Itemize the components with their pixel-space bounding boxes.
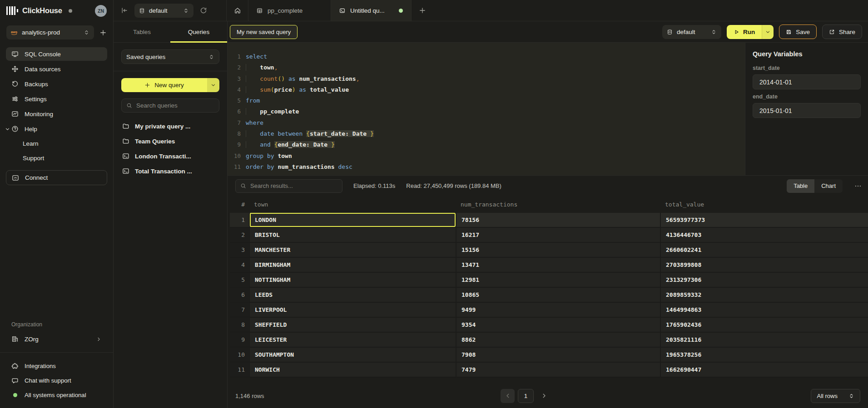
table-cell[interactable]: MANCHESTER: [249, 243, 456, 257]
table-cell[interactable]: 10865: [456, 288, 660, 302]
table-cell[interactable]: LEICESTER: [249, 333, 456, 347]
sidebar-item-sql-console[interactable]: SQL Console: [6, 47, 107, 61]
share-icon: [829, 29, 835, 35]
column-header-index[interactable]: #: [230, 201, 249, 208]
view-chart-button[interactable]: Chart: [814, 179, 843, 193]
table-cell[interactable]: 2089859332: [660, 288, 868, 302]
saved-query-item-london-transacti[interactable]: London Transacti...: [122, 150, 218, 162]
sidebar-item-settings[interactable]: Settings: [6, 92, 107, 106]
table-cell[interactable]: 56593977373: [660, 213, 868, 227]
sidebar-item-monitoring[interactable]: Monitoring: [6, 107, 107, 121]
collapse-sidebar-button[interactable]: [119, 5, 129, 15]
clickhouse-logo-icon[interactable]: [6, 6, 18, 15]
code-line: 11order by num_transactions desc: [228, 162, 745, 172]
saved-queries-select[interactable]: Saved queries: [121, 49, 219, 64]
page-input[interactable]: 1: [518, 389, 534, 403]
column-header-town[interactable]: town: [249, 201, 456, 208]
next-page-button[interactable]: [537, 392, 551, 399]
new-query-menu-button[interactable]: [207, 78, 219, 92]
search-queries-input[interactable]: Search queries: [121, 98, 219, 113]
table-cell[interactable]: 9499: [456, 303, 660, 317]
table-cell[interactable]: 2035821116: [660, 333, 868, 347]
table-cell[interactable]: NORWICH: [249, 363, 456, 377]
sidebar-item-help[interactable]: Help: [6, 122, 107, 136]
table-cell[interactable]: 15156: [456, 243, 660, 257]
saved-query-item-total-transaction[interactable]: Total Transaction ...: [122, 165, 218, 177]
add-service-button[interactable]: [99, 29, 107, 36]
refresh-button[interactable]: [198, 5, 208, 15]
table-cell[interactable]: BIRMINGHAM: [249, 258, 456, 272]
prev-page-button[interactable]: [501, 389, 515, 403]
table-cell[interactable]: LEEDS: [249, 288, 456, 302]
table-cell[interactable]: 2660602241: [660, 243, 868, 257]
run-options-button[interactable]: [762, 25, 774, 39]
service-select[interactable]: aws analytics-prod: [6, 25, 94, 39]
brand-name: ClickHouse: [22, 6, 62, 15]
table-cell[interactable]: 1765902436: [660, 318, 868, 332]
table-cell[interactable]: 1464994863: [660, 303, 868, 317]
tab-untitled-query[interactable]: Untitled qu...: [331, 0, 412, 21]
table-cell[interactable]: LIVERPOOL: [249, 303, 456, 317]
table-cell[interactable]: 13471: [456, 258, 660, 272]
table-cell[interactable]: 9354: [456, 318, 660, 332]
sidebar-item-chat-with-support[interactable]: Chat with support: [6, 374, 107, 387]
sidebar-item-learn[interactable]: Learn: [6, 137, 107, 150]
view-switcher: Table Chart: [787, 179, 843, 193]
share-button[interactable]: Share: [822, 25, 862, 39]
sidebar-item-all-systems-operational[interactable]: All systems operational: [6, 389, 107, 401]
tab-queries[interactable]: Queries: [170, 21, 227, 42]
updown-chevron-icon: [848, 393, 854, 399]
column-header-total-value[interactable]: total_value: [660, 201, 868, 208]
share-label: Share: [839, 29, 855, 35]
saved-query-item-team-queries[interactable]: Team Queries: [122, 135, 218, 147]
table-cell[interactable]: 12981: [456, 273, 660, 287]
page-size-select[interactable]: All rows: [811, 389, 860, 403]
connect-button[interactable]: Connect: [6, 170, 107, 185]
table-cell[interactable]: 16217: [456, 228, 660, 242]
new-query-button[interactable]: New query: [121, 78, 219, 92]
sql-editor[interactable]: 1select2 town,3 count() as num_transacti…: [228, 43, 745, 175]
saved-query-item-my-private-query[interactable]: My private query ...: [122, 120, 218, 132]
view-table-button[interactable]: Table: [787, 179, 814, 193]
table-cell[interactable]: 7479: [456, 363, 660, 377]
table-cell[interactable]: 8862: [456, 333, 660, 347]
user-avatar[interactable]: ZN: [95, 5, 107, 17]
home-tab[interactable]: [226, 0, 248, 21]
database-select[interactable]: default: [134, 4, 193, 18]
sidebar-item-integrations[interactable]: Integrations: [6, 360, 107, 372]
table-row: 5NOTTINGHAM129812313297306: [230, 273, 868, 288]
table-cell[interactable]: 2313297306: [660, 273, 868, 287]
table-row: 9LEICESTER88622035821116: [230, 333, 868, 348]
table-cell[interactable]: 4136446703: [660, 228, 868, 242]
sidebar-item-support[interactable]: Support: [6, 152, 107, 165]
table-cell[interactable]: BRISTOL: [249, 228, 456, 242]
start-date-input[interactable]: 2014-01-01: [753, 74, 861, 89]
tab-tables[interactable]: Tables: [114, 21, 170, 42]
table-cell[interactable]: 1965378256: [660, 348, 868, 362]
save-button[interactable]: Save: [779, 25, 817, 39]
table-cell[interactable]: SOUTHAMPTON: [249, 348, 456, 362]
row-number: 7: [230, 303, 249, 317]
sidebar-item-backups[interactable]: Backups: [6, 77, 107, 91]
more-options-button[interactable]: [854, 182, 862, 190]
table-cell[interactable]: 7908: [456, 348, 660, 362]
table-cell[interactable]: NOTTINGHAM: [249, 273, 456, 287]
table-cell[interactable]: SHEFFIELD: [249, 318, 456, 332]
saved-query-tab[interactable]: My new saved query: [230, 25, 298, 39]
run-button[interactable]: Run: [727, 25, 762, 39]
search-results-input[interactable]: Search results...: [235, 179, 342, 193]
sidebar-item-label: Backups: [25, 81, 48, 88]
table-header-row: #townnum_transactionstotal_value: [230, 196, 868, 213]
query-database-select[interactable]: default: [662, 25, 721, 39]
table-cell[interactable]: LONDON: [249, 213, 456, 227]
organization-item[interactable]: ZOrg: [6, 332, 107, 346]
column-header-num-transactions[interactable]: num_transactions: [456, 201, 660, 208]
end-date-label: end_date: [753, 93, 861, 100]
table-cell[interactable]: 2703899808: [660, 258, 868, 272]
table-cell[interactable]: 1662690447: [660, 363, 868, 377]
tab-pp-complete[interactable]: pp_complete: [248, 0, 331, 21]
new-tab-button[interactable]: [412, 0, 433, 21]
table-cell[interactable]: 78156: [456, 213, 660, 227]
sidebar-item-data-sources[interactable]: Data sources: [6, 62, 107, 76]
end-date-input[interactable]: 2015-01-01: [753, 103, 861, 118]
